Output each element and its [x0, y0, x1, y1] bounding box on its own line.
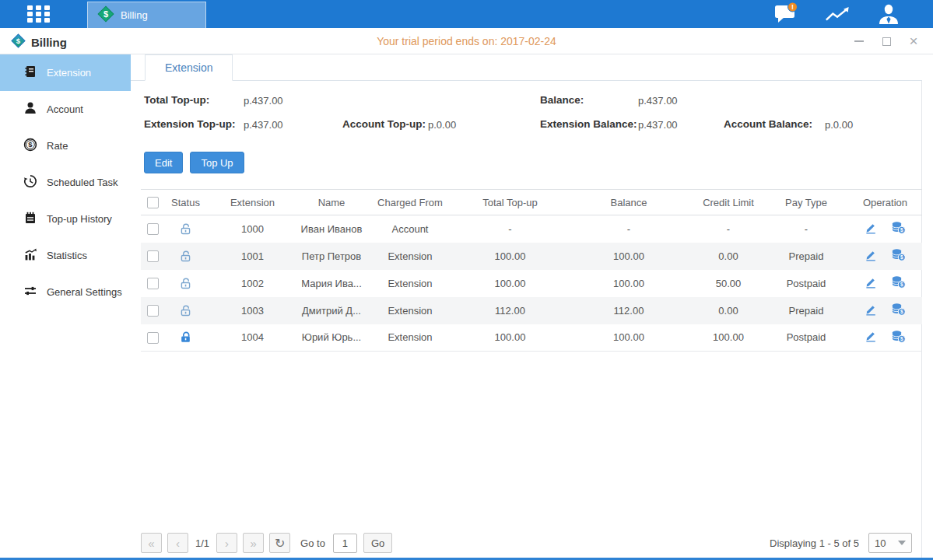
edit-row-icon[interactable] [865, 276, 877, 291]
col-pay-type: Pay Type [764, 190, 848, 215]
edit-button[interactable]: Edit [144, 152, 183, 173]
balance-label: Balance: [540, 94, 584, 106]
table-row[interactable]: 1000 Иван Иванов Account - - - - $ [141, 215, 922, 243]
cell-balance: 100.00 [565, 270, 693, 297]
cell-charged-from: Extension [365, 297, 455, 324]
sidebar-item-rate[interactable]: $ Rate [0, 128, 131, 164]
table-row[interactable]: 1003 Дмитрий Д... Extension 112.00 112.0… [141, 297, 922, 324]
table-row[interactable]: 1001 Петр Петров Extension 100.00 100.00… [141, 243, 922, 270]
cell-total-topup: 100.00 [455, 324, 565, 352]
tab-strip: Extension [131, 54, 922, 81]
reports-chart-icon[interactable] [824, 2, 851, 26]
table-body: 1000 Иван Иванов Account - - - - $ [141, 215, 922, 352]
cell-name: Иван Иванов [298, 215, 365, 243]
minimize-button[interactable] [854, 36, 865, 47]
sidebar-item-topup-history[interactable]: Top-up History [0, 201, 131, 237]
row-checkbox[interactable] [147, 332, 159, 344]
topup-row-icon[interactable]: $ [891, 303, 906, 318]
maximize-button[interactable] [881, 36, 892, 47]
edit-row-icon[interactable] [865, 222, 877, 236]
tab-extension[interactable]: Extension [145, 54, 233, 81]
app-launcher-icon[interactable] [27, 5, 55, 23]
topup-row-icon[interactable]: $ [891, 330, 906, 345]
refresh-button[interactable]: ↻ [269, 533, 290, 553]
table-row[interactable]: 1004 Юрий Юрь... Extension 100.00 100.00… [141, 324, 922, 352]
extension-table: Status Extension Name Charged From Total… [141, 189, 922, 352]
edit-row-icon[interactable] [865, 249, 877, 264]
main-area: Extension Total Top-up: p.437.00 Balance… [131, 54, 933, 558]
next-page-button[interactable]: › [216, 533, 237, 553]
dollar-coin-icon: $ [23, 138, 37, 154]
cell-credit-limit: 0.00 [693, 243, 764, 270]
col-operation: Operation [848, 190, 922, 215]
edit-row-icon[interactable] [865, 330, 877, 345]
cell-total-topup: 100.00 [455, 243, 565, 270]
cell-name: Петр Петров [298, 243, 365, 270]
cell-credit-limit: 50.00 [693, 270, 764, 297]
cell-charged-from: Extension [365, 324, 455, 352]
pagination-bar: « ‹ 1/1 › » ↻ Go to Go Displaying 1 - 5 … [141, 531, 912, 555]
sidebar-item-statistics[interactable]: Statistics [0, 237, 131, 274]
sidebar-item-extension[interactable]: Extension [0, 54, 131, 91]
sidebar-item-account[interactable]: Account [0, 91, 131, 128]
cell-balance: 112.00 [565, 297, 693, 324]
sliders-icon [23, 284, 37, 300]
table-row[interactable]: 1002 Мария Ива... Extension 100.00 100.0… [141, 270, 922, 297]
cell-extension: 1004 [207, 324, 298, 352]
topup-row-icon[interactable]: $ [891, 248, 906, 264]
sidebar-item-general-settings[interactable]: General Settings [0, 274, 131, 310]
select-all-checkbox[interactable] [147, 197, 159, 208]
cell-extension: 1000 [207, 215, 298, 243]
page-size-select[interactable]: 10 [868, 533, 912, 553]
topup-button[interactable]: Top Up [190, 152, 244, 173]
goto-page-input[interactable] [333, 534, 357, 553]
sidebar: Extension Account $ Rate Sc [0, 54, 131, 558]
page-indicator: 1/1 [195, 537, 209, 549]
extension-balance-value: p.437.00 [638, 119, 678, 131]
messages-icon[interactable]: ! [773, 2, 799, 26]
user-account-icon[interactable] [875, 2, 902, 26]
account-balance-label: Account Balance: [724, 118, 812, 130]
sidebar-item-scheduled-task[interactable]: Scheduled Task [0, 164, 131, 201]
balance-value: p.437.00 [638, 95, 678, 107]
total-topup-label: Total Top-up: [144, 94, 209, 106]
cell-extension: 1001 [207, 243, 298, 270]
cell-pay-type: Postpaid [764, 270, 848, 297]
cell-charged-from: Account [365, 215, 455, 243]
cell-total-topup: - [455, 215, 565, 243]
account-topup-label: Account Top-up: [342, 118, 426, 130]
sidebar-item-label: General Settings [47, 286, 122, 298]
topup-row-icon[interactable]: $ [891, 221, 906, 236]
topup-row-icon[interactable]: $ [891, 275, 906, 291]
last-page-button[interactable]: » [243, 533, 264, 553]
row-checkbox[interactable] [147, 250, 159, 262]
sidebar-item-label: Statistics [47, 250, 87, 261]
col-charged-from: Charged From [365, 190, 455, 215]
cell-name: Мария Ива... [298, 270, 365, 297]
prev-page-button[interactable]: ‹ [167, 533, 188, 553]
edit-row-icon[interactable] [865, 303, 877, 318]
sidebar-item-label: Top-up History [47, 213, 112, 225]
history-clock-icon [23, 174, 37, 191]
go-button[interactable]: Go [363, 533, 392, 553]
extension-book-icon [23, 65, 37, 81]
cell-total-topup: 100.00 [455, 270, 565, 297]
cell-credit-limit: - [693, 215, 764, 243]
page-size-value: 10 [875, 537, 886, 549]
status-lock-icon [179, 249, 192, 261]
taskbar-item-billing[interactable]: $ Billing [87, 2, 206, 28]
row-checkbox[interactable] [147, 223, 159, 235]
row-checkbox[interactable] [147, 305, 159, 317]
close-button[interactable]: × [908, 36, 919, 47]
cell-name: Дмитрий Д... [298, 297, 365, 324]
account-balance-value: p.0.00 [825, 119, 853, 131]
col-name: Name [298, 190, 365, 215]
row-checkbox[interactable] [147, 278, 159, 289]
first-page-button[interactable]: « [141, 533, 162, 553]
sidebar-item-label: Account [47, 103, 83, 115]
total-topup-value: p.437.00 [244, 95, 283, 107]
goto-label: Go to [300, 537, 325, 549]
displaying-text: Displaying 1 - 5 of 5 [770, 537, 859, 549]
status-lock-icon [179, 331, 192, 342]
table-header-row: Status Extension Name Charged From Total… [141, 190, 922, 215]
